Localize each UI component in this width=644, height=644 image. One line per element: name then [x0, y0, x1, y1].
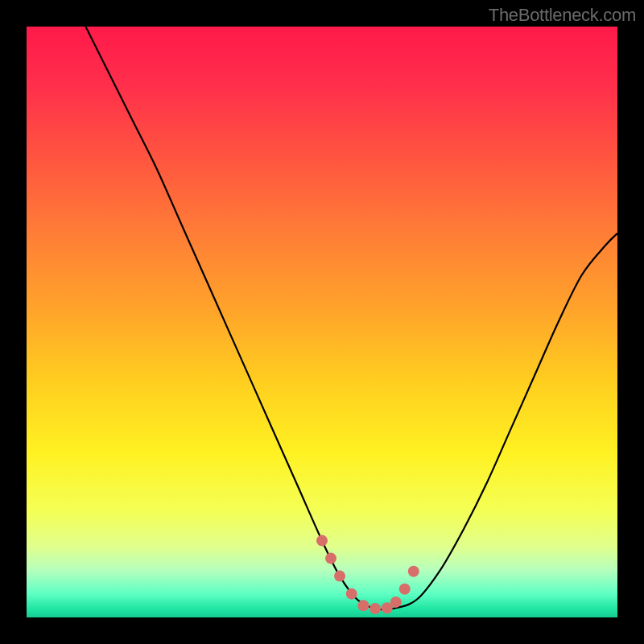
gradient-background — [27, 27, 617, 617]
highlight-marker — [316, 535, 328, 547]
highlight-marker — [369, 603, 381, 614]
highlight-marker — [390, 597, 402, 608]
highlight-marker — [357, 600, 369, 611]
chart-container: TheBottleneck.com — [0, 0, 644, 644]
highlight-marker — [399, 584, 411, 595]
bottleneck-curve-chart — [27, 27, 617, 617]
watermark-text: TheBottleneck.com — [489, 5, 636, 26]
plot-area — [27, 27, 617, 617]
highlight-marker — [408, 566, 419, 577]
highlight-marker — [334, 571, 345, 582]
highlight-marker — [325, 553, 336, 564]
highlight-marker — [346, 588, 357, 600]
